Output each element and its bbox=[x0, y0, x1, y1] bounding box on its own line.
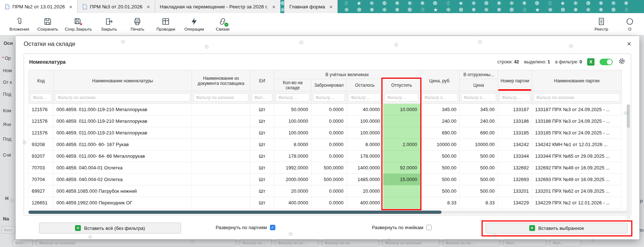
cell-qty: 2000.0000 bbox=[274, 174, 311, 185]
cell-supplier_name bbox=[192, 127, 250, 139]
filter-unit-input[interactable] bbox=[252, 93, 272, 102]
cell-name: 000.4859. 011.000- 64- 66 Металлорукав bbox=[54, 150, 192, 162]
tab-registry[interactable]: Накладная на перемещение - Реестр за 202… bbox=[155, 0, 281, 13]
cell-left: 1485.0000 bbox=[347, 174, 383, 185]
filter-name-input[interactable] bbox=[55, 93, 190, 102]
filter-left-input[interactable] bbox=[348, 93, 381, 102]
registry-icon bbox=[597, 17, 606, 26]
table-row[interactable]: 93207000.4859. 011.000- 64- 66 Металлору… bbox=[29, 150, 622, 162]
excel-export-icon[interactable]: X bbox=[587, 58, 594, 66]
release-qty-cell[interactable] bbox=[383, 127, 420, 139]
table-row[interactable]: 121576000.4859. 011.000-119-210 Металлор… bbox=[29, 127, 622, 139]
filter-supplier-name-input[interactable] bbox=[193, 93, 248, 102]
table-row[interactable]: 69927000.4859.1085.000 Патрубок нижнийШт… bbox=[29, 185, 622, 197]
table-row[interactable]: 126651000.4859.1992.000 Переходник ОГШт4… bbox=[29, 197, 622, 209]
horizontal-scrollbar-thumb[interactable] bbox=[28, 211, 441, 214]
tab-label: ПРМ №3 от 20.01.2026 bbox=[90, 4, 142, 9]
settings-gear-icon[interactable] bbox=[618, 57, 626, 67]
cell-ship_price: 8.33 bbox=[460, 197, 498, 209]
cell-batch_no: 134229 bbox=[498, 197, 532, 209]
toggle-switch[interactable] bbox=[600, 59, 613, 65]
postings-button[interactable]: Проводки bbox=[152, 16, 180, 33]
table-row[interactable]: 70703000.4859. 040.004-01 ОплеткаШт1992.… bbox=[29, 162, 622, 174]
col-header-ship-price[interactable]: Цена bbox=[460, 79, 498, 91]
cell-price: 10000.00 bbox=[420, 139, 460, 150]
table-row[interactable]: 70704000.4859. 040.004-02 ОплеткаШт2000.… bbox=[29, 174, 622, 185]
release-qty-cell[interactable] bbox=[383, 115, 420, 127]
save-close-button[interactable]: Сохр.Закрыть bbox=[62, 16, 95, 33]
cell-left: 178.0000 bbox=[347, 150, 383, 162]
cell-batch_name: 132693 ПРХ №49 от 16.09.2025 ... bbox=[532, 174, 622, 185]
release-qty-cell[interactable] bbox=[383, 150, 420, 162]
col-header-price[interactable]: Цена, руб. bbox=[420, 70, 460, 91]
tab-close-icon[interactable]: × bbox=[272, 4, 275, 9]
plus-icon: + bbox=[529, 225, 535, 231]
filter-price-input[interactable] bbox=[422, 93, 458, 102]
release-qty-cell[interactable]: 15.0000 bbox=[383, 174, 420, 185]
col-header-left[interactable]: Осталось bbox=[347, 79, 383, 91]
filter-batch-name-input[interactable] bbox=[534, 93, 620, 102]
col-header-unit[interactable]: ЕИ bbox=[250, 70, 274, 91]
cell-ship_price: 10000.00 bbox=[460, 139, 498, 150]
links-button[interactable]: ✓ Связки bbox=[208, 16, 237, 33]
expand-batches-checkbox[interactable]: ✓ bbox=[270, 225, 275, 230]
expand-cells-checkbox[interactable] bbox=[426, 225, 432, 230]
group-header-shipping: В отгрузочны... bbox=[460, 70, 498, 79]
table-row[interactable]: 93208000.4859. 011.000- 60- 167 РукавШт8… bbox=[29, 139, 622, 150]
table-row[interactable]: 121576000.4859. 011.000-119-210 Металлор… bbox=[29, 104, 622, 115]
cell-left: 40.0000 bbox=[347, 104, 383, 115]
registry-button[interactable]: Реестр bbox=[587, 16, 616, 33]
filter-batch-no-input[interactable] bbox=[499, 93, 530, 102]
operations-button[interactable]: Операции bbox=[180, 16, 208, 33]
vertical-scrollbar-thumb[interactable] bbox=[627, 105, 630, 128]
tab-close-icon[interactable]: × bbox=[329, 4, 333, 9]
tab-prm3[interactable]: ПРМ №3 от 20.01.2026 × bbox=[78, 0, 155, 13]
print-button[interactable]: Печать bbox=[123, 16, 152, 33]
cell-code: 70704 bbox=[29, 174, 54, 185]
tab-close-icon[interactable]: × bbox=[147, 4, 150, 9]
cell-unit: Шт bbox=[250, 174, 274, 185]
tab-label: Накладная на перемещение - Реестр за 202… bbox=[160, 4, 268, 9]
col-header-batch-no[interactable]: Номер партии bbox=[498, 70, 532, 91]
horizontal-scrollbar[interactable] bbox=[28, 211, 627, 214]
col-header-supplier-name[interactable]: Наименование из документа поставщика bbox=[192, 70, 250, 91]
close-icon[interactable]: × bbox=[627, 40, 631, 48]
release-qty-cell[interactable] bbox=[383, 197, 420, 209]
release-qty-cell[interactable]: 92.0000 bbox=[383, 162, 420, 174]
table-row[interactable]: 121576000.4859. 011.000-119-210 Металлор… bbox=[29, 115, 622, 127]
cell-batch_name: 134242 КМН №1 от 12.01.2026 ... bbox=[532, 139, 622, 150]
release-qty-cell[interactable]: 2.0000 bbox=[383, 139, 420, 150]
tab-close-icon[interactable]: × bbox=[69, 4, 72, 9]
filter-ship-price-input[interactable] bbox=[461, 93, 496, 102]
filter-code-input[interactable] bbox=[30, 93, 52, 102]
tab-main-form[interactable]: Главная форма × bbox=[284, 0, 338, 13]
tab-prm2[interactable]: ПРМ №2 от 13.01.2026 × bbox=[0, 0, 78, 13]
cell-qty: 100.0000 bbox=[274, 115, 311, 127]
filter-qty-input[interactable] bbox=[276, 93, 310, 102]
col-header-reserved[interactable]: Забронировал bbox=[311, 79, 347, 91]
insert-all-button[interactable]: + Вставить всё (без фильтра) bbox=[39, 223, 181, 234]
vertical-scrollbar[interactable] bbox=[627, 104, 630, 220]
filter-release-input[interactable] bbox=[385, 93, 419, 102]
save-button[interactable]: Сохранить bbox=[34, 16, 62, 33]
col-header-batch-name[interactable]: Наименование партии bbox=[532, 70, 622, 91]
tab-label: Главная форма bbox=[289, 4, 325, 9]
cell-left: 1400.0000 bbox=[347, 162, 383, 174]
release-qty-cell[interactable]: 10.0000 bbox=[383, 104, 420, 115]
insert-selected-button[interactable]: + Вставить выбранное bbox=[486, 223, 628, 234]
cell-batch_no: 132692 bbox=[498, 162, 532, 174]
cell-left: 400.0000 bbox=[347, 197, 383, 209]
col-header-release[interactable]: Отпустить bbox=[383, 79, 420, 91]
cell-qty: 100.0000 bbox=[274, 127, 311, 139]
toolbar: Вложения Сохранить Сохр.Закрыть Закрыть … bbox=[0, 13, 644, 35]
attachments-button[interactable]: Вложения bbox=[5, 16, 34, 33]
cell-reserved: 0.0000 bbox=[311, 185, 347, 197]
cutoff-toolbar-button[interactable]: О bbox=[616, 16, 644, 33]
cell-batch_no: 133344 bbox=[498, 150, 532, 162]
filter-reserved-input[interactable] bbox=[313, 93, 345, 102]
col-header-qty[interactable]: Кол-во на складе bbox=[274, 79, 311, 91]
release-qty-cell[interactable] bbox=[383, 185, 420, 197]
close-button[interactable]: Закрыть bbox=[95, 16, 123, 33]
col-header-code[interactable]: Код bbox=[29, 70, 54, 91]
col-header-name[interactable]: Наименование номенклатуры bbox=[54, 70, 192, 91]
